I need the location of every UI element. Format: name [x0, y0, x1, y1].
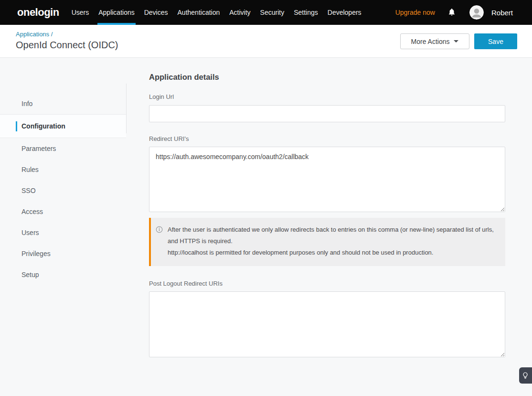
nav-item-authentication[interactable]: Authentication: [178, 0, 220, 25]
navbar-right: Upgrade now Robert: [395, 5, 532, 20]
nav-item-security[interactable]: Security: [260, 0, 285, 25]
content-area: InfoConfigurationParametersRulesSSOAcces…: [0, 58, 532, 396]
save-button[interactable]: Save: [474, 33, 517, 49]
sidebar-item-info[interactable]: Info: [0, 93, 126, 114]
redirect-info-note: After the user is authenticated we only …: [149, 218, 505, 266]
main-panel: Application details Login Url Redirect U…: [149, 58, 505, 357]
info-note-line1: After the user is authenticated we only …: [168, 224, 498, 247]
sidebar-item-configuration[interactable]: Configuration: [0, 114, 126, 138]
nav-item-devices[interactable]: Devices: [144, 0, 168, 25]
nav-item-applications[interactable]: Applications: [98, 0, 135, 25]
post-logout-textarea[interactable]: [149, 291, 505, 357]
sidebar-item-privileges[interactable]: Privileges: [0, 243, 126, 264]
nav-item-users[interactable]: Users: [72, 0, 89, 25]
top-navbar: onelogin UsersApplicationsDevicesAuthent…: [0, 0, 532, 25]
more-actions-label: More Actions: [411, 38, 450, 45]
sidebar-item-rules[interactable]: Rules: [0, 159, 126, 180]
active-accent-bar: [16, 121, 17, 131]
nav-item-settings[interactable]: Settings: [294, 0, 318, 25]
redirect-uris-textarea[interactable]: https://auth.awesomecompany.com/oauth2/c…: [149, 147, 505, 212]
sidebar-item-setup[interactable]: Setup: [0, 264, 126, 285]
info-note-line2: http://localhost is permitted for develo…: [168, 247, 498, 258]
more-actions-button[interactable]: More Actions: [400, 33, 469, 49]
sidebar-item-sso[interactable]: SSO: [0, 180, 126, 201]
redirect-uris-label: Redirect URI's: [149, 135, 505, 142]
onelogin-logo[interactable]: onelogin: [17, 6, 59, 19]
page-header: Applications / OpenId Connect (OIDC) Mor…: [0, 25, 532, 58]
page-title: OpenId Connect (OIDC): [16, 40, 118, 51]
login-url-label: Login Url: [149, 93, 505, 100]
info-icon: [156, 226, 163, 233]
sidebar-nav: InfoConfigurationParametersRulesSSOAcces…: [0, 58, 126, 285]
lightbulb-icon: [521, 372, 529, 379]
post-logout-label: Post Logout Redirect URIs: [149, 280, 505, 287]
breadcrumb-applications-link[interactable]: Applications /: [16, 31, 53, 38]
help-tips-tab[interactable]: [519, 367, 532, 384]
sidebar-item-users[interactable]: Users: [0, 222, 126, 243]
sidebar-divider: [126, 84, 127, 133]
navbar-menu: UsersApplicationsDevicesAuthenticationAc…: [67, 0, 366, 25]
sidebar-item-parameters[interactable]: Parameters: [0, 138, 126, 159]
nav-item-developers[interactable]: Developers: [328, 0, 362, 25]
chevron-down-icon: [454, 40, 458, 43]
info-note-text: After the user is authenticated we only …: [168, 224, 498, 258]
section-title: Application details: [149, 73, 505, 82]
breadcrumb: Applications / OpenId Connect (OIDC): [16, 30, 118, 51]
user-avatar[interactable]: [469, 5, 484, 20]
login-url-input[interactable]: [149, 105, 505, 122]
nav-item-activity[interactable]: Activity: [229, 0, 250, 25]
sidebar-item-access[interactable]: Access: [0, 201, 126, 222]
notifications-bell-icon[interactable]: [447, 8, 456, 17]
header-actions: More Actions Save: [400, 33, 517, 49]
upgrade-now-link[interactable]: Upgrade now: [395, 9, 435, 16]
user-name[interactable]: Robert: [491, 9, 513, 17]
